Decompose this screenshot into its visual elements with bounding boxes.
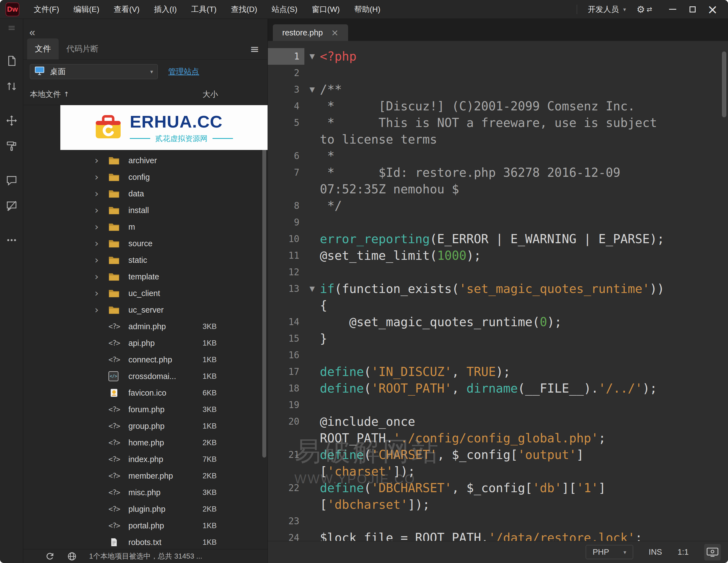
workspace-switcher[interactable]: 开发人员 ▾ [588,4,626,15]
document-tab[interactable]: restore.php × [273,24,348,41]
menu-item-0[interactable]: 文件(F) [27,0,66,19]
code-text[interactable]: @set_time_limit(1000); [320,247,728,264]
manage-sites-link[interactable]: 管理站点 [168,66,199,77]
expand-chevron-icon[interactable]: › [95,255,108,265]
tree-item-source[interactable]: ›source [23,235,268,252]
code-text[interactable]: * $Id: restore.php 36278 2016-12-09 [320,164,728,181]
close-tab-icon[interactable]: × [331,27,339,38]
tree-item-static[interactable]: ›static [23,252,268,268]
new-document-icon[interactable] [0,48,23,74]
collapse-panel-button[interactable]: « [29,27,35,38]
tree-item-index.php[interactable]: <?>index.php7KB [23,451,268,468]
expand-chevron-icon[interactable]: › [95,222,108,232]
tree-item-portal.php[interactable]: <?>portal.php1KB [23,517,268,534]
menu-item-6[interactable]: 站点(S) [265,0,305,19]
expand-chevron-icon[interactable]: › [95,238,108,248]
code-text[interactable]: /** [320,81,728,98]
code-text[interactable]: error_reporting(E_ERROR | E_WARNING | E_… [320,231,728,247]
code-text[interactable]: } [320,330,728,347]
tree-item-data[interactable]: ›data [23,185,268,202]
tree-item-archiver[interactable]: ›archiver [23,152,268,169]
tree-item-favicon.ico[interactable]: favicon.ico6KB [23,385,268,401]
panel-tab-0[interactable]: 文件 [27,38,59,59]
sort-files-icon[interactable] [0,74,23,99]
expand-chevron-icon[interactable]: › [95,305,108,315]
expand-chevron-icon[interactable]: › [95,189,108,199]
fold-arrow-icon[interactable]: ▼ [304,281,320,297]
code-editor[interactable]: 1▼<?php23▼/**4 * [Discuz!] (C)2001-2099 … [268,41,728,541]
panel-tab-1[interactable]: 代码片断 [59,38,106,59]
files-scrollbar[interactable] [262,107,266,458]
tree-item-forum.php[interactable]: <?>forum.php3KB [23,401,268,418]
code-text[interactable]: @set_magic_quotes_runtime(0); [320,314,728,330]
tree-item-template[interactable]: ›template [23,268,268,285]
expand-chevron-icon[interactable]: › [95,155,108,165]
menu-item-1[interactable]: 编辑(E) [66,0,107,19]
tree-item-home.php[interactable]: <?>home.php2KB [23,434,268,451]
expand-chevron-icon[interactable]: › [95,172,108,182]
refresh-icon[interactable] [45,551,55,561]
code-text[interactable]: ROOT_PATH.'./config/config_global.php'; [320,430,728,447]
menu-item-5[interactable]: 查找(D) [224,0,265,19]
code-text[interactable] [320,214,728,231]
code-text[interactable]: define('ROOT_PATH', dirname(__FILE__).'/… [320,380,728,397]
comment-icon[interactable] [0,168,23,193]
fold-arrow-icon[interactable]: ▼ [304,48,320,65]
code-text[interactable]: define('CHARSET', $_config['output'] [320,447,728,463]
comment-off-icon[interactable] [0,193,23,219]
tree-item-robots.txt[interactable]: robots.txt1KB [23,534,268,549]
menu-item-3[interactable]: 插入(I) [147,0,184,19]
insert-mode-indicator[interactable]: INS [649,548,662,557]
code-text[interactable]: * [320,148,728,164]
expand-chevron-icon[interactable]: › [95,272,108,282]
menu-item-2[interactable]: 查看(V) [107,0,147,19]
panel-dock-grip-icon[interactable] [9,26,15,30]
tree-item-group.php[interactable]: <?>group.php1KB [23,418,268,434]
tree-item-misc.php[interactable]: <?>misc.php3KB [23,484,268,501]
tree-item-uc_server[interactable]: ›uc_server [23,302,268,318]
tree-item-connect.php[interactable]: <?>connect.php1KB [23,351,268,368]
tree-item-crossdomai...[interactable]: </>crossdomai...1KB [23,368,268,385]
format-painter-icon[interactable] [0,133,23,159]
site-selector[interactable]: 桌面 ▾ [30,64,158,79]
tree-item-api.php[interactable]: <?>api.php1KB [23,335,268,351]
code-text[interactable]: ['charset']); [320,463,728,480]
expand-chevron-icon[interactable]: › [95,205,108,215]
code-text[interactable]: { [320,297,728,314]
code-text[interactable] [320,513,728,530]
code-text[interactable] [320,264,728,281]
minimize-button[interactable] [663,0,683,19]
code-text[interactable]: if(function_exists('set_magic_quotes_run… [320,281,728,297]
menu-item-8[interactable]: 帮助(H) [347,0,388,19]
editor-scrollbar[interactable] [722,51,726,117]
column-header-name[interactable]: 本地文件 ↑ [30,89,69,100]
fold-arrow-icon[interactable]: ▼ [304,81,320,98]
more-options-icon[interactable] [0,227,23,253]
maximize-button[interactable] [683,0,703,19]
tree-item-admin.php[interactable]: <?>admin.php3KB [23,318,268,335]
code-text[interactable]: $lock_file = ROOT_PATH.'/data/restore.lo… [320,530,728,541]
code-text[interactable] [320,397,728,413]
expand-chevron-icon[interactable]: › [95,288,108,298]
menu-item-4[interactable]: 工具(T) [184,0,224,19]
tree-item-install[interactable]: ›install [23,202,268,219]
code-text[interactable] [320,65,728,81]
code-text[interactable]: define('DBCHARSET', $_config['db']['1'] [320,480,728,496]
fluid-grid-icon[interactable] [0,108,23,133]
code-text[interactable]: */ [320,198,728,214]
panel-menu-icon[interactable]: ≡ [250,43,264,55]
column-header-size[interactable]: 大小 [203,89,218,100]
code-text[interactable]: ['dbcharset']); [320,496,728,513]
menu-item-7[interactable]: 窗口(W) [305,0,347,19]
language-selector[interactable]: PHP ▾ [586,545,633,559]
connect-server-icon[interactable] [67,551,77,561]
close-button[interactable]: × [703,0,722,19]
code-text[interactable] [320,347,728,364]
code-text[interactable]: <?php [320,48,728,65]
code-text[interactable]: 07:52:35Z nemohou $ [320,181,728,198]
code-text[interactable]: * This is NOT a freeware, use is subject [320,115,728,131]
code-text[interactable]: * [Discuz!] (C)2001-2099 Comsenz Inc. [320,98,728,115]
sync-settings-icon[interactable]: ⚙ ⇄ [636,4,652,15]
tree-item-m[interactable]: ›m [23,219,268,235]
code-text[interactable]: to license terms [320,131,728,148]
